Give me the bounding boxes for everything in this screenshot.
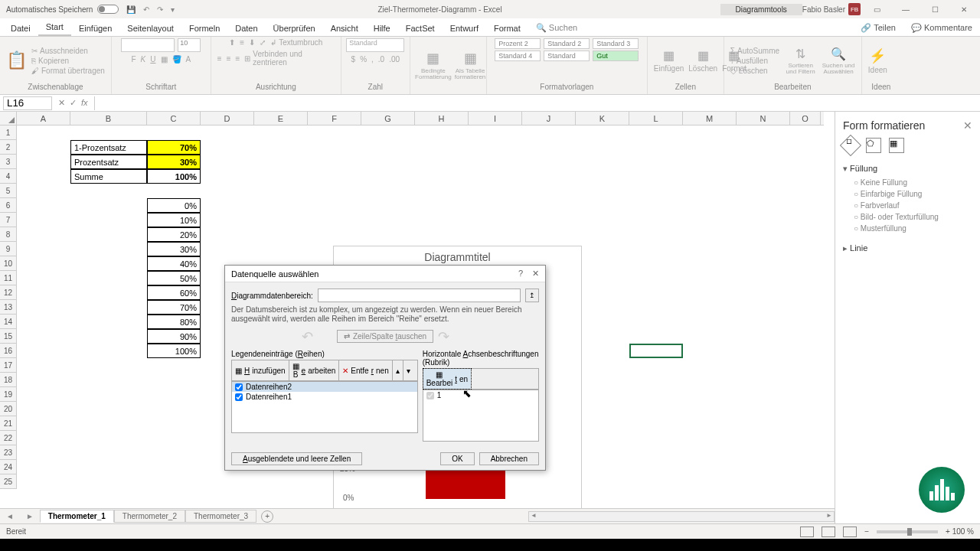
series-checkbox-0[interactable]	[235, 383, 243, 391]
col-header-K[interactable]: K	[576, 112, 629, 125]
autosum-button[interactable]: Σ AutoSumme	[730, 47, 779, 55]
style-standard2[interactable]: Standard 2	[544, 38, 590, 49]
currency-icon[interactable]: $	[351, 55, 356, 64]
hidden-cells-button[interactable]: Ausgeblendete und leere Zellen	[231, 452, 362, 465]
table-cell[interactable]: 100%	[147, 344, 201, 358]
copy-button[interactable]: ⎘ Kopieren	[31, 57, 105, 65]
style-gut[interactable]: Gut	[593, 51, 639, 61]
dec-decimal-icon[interactable]: .00	[389, 55, 400, 64]
row-header-24[interactable]: 24	[0, 460, 17, 474]
fill-button[interactable]: ↓ Ausfüllen	[730, 57, 779, 65]
list-item[interactable]: 1	[437, 391, 442, 399]
page-break-view-icon[interactable]	[843, 527, 857, 537]
row-header-1[interactable]: 1	[0, 126, 17, 140]
row-header-20[interactable]: 20	[0, 402, 17, 416]
fill-picture-radio[interactable]: Bild- oder Texturfüllung	[843, 211, 972, 223]
name-box[interactable]	[3, 96, 52, 110]
ribbon-options-icon[interactable]: ▭	[864, 0, 890, 18]
redo-icon[interactable]: ↷	[157, 5, 163, 14]
swap-row-col-button[interactable]: ⇄ Zeile/Spalte tauschen	[337, 330, 433, 343]
zoom-out-icon[interactable]: −	[864, 527, 869, 536]
align-right-icon[interactable]: ≡	[236, 54, 240, 63]
col-header-G[interactable]: G	[361, 112, 415, 125]
table-cell[interactable]: Summe	[70, 169, 147, 184]
align-top-icon[interactable]: ⬆	[229, 38, 235, 47]
tab-file[interactable]: Datei	[3, 21, 38, 36]
table-cell[interactable]: 10%	[147, 213, 201, 227]
row-header-6[interactable]: 6	[0, 198, 17, 213]
row-header-16[interactable]: 16	[0, 344, 17, 358]
series-checkbox-1[interactable]	[235, 393, 243, 401]
align-mid-icon[interactable]: ≡	[240, 38, 244, 47]
fx-icon[interactable]: fx	[81, 98, 88, 108]
tab-insert[interactable]: Einfügen	[71, 21, 119, 36]
sheet-tab-3[interactable]: Thermometer_3	[185, 510, 256, 523]
italic-icon[interactable]: K	[141, 55, 146, 64]
size-tab-icon[interactable]: ▦	[889, 138, 904, 153]
tab-factset[interactable]: FactSet	[398, 21, 443, 36]
underline-icon[interactable]: U	[150, 55, 155, 64]
remove-series-button[interactable]: ✕ Entfernen	[339, 360, 392, 380]
row-header-5[interactable]: 5	[0, 184, 17, 198]
col-header-H[interactable]: H	[415, 112, 469, 125]
table-cell[interactable]: 30%	[147, 242, 201, 256]
table-cell[interactable]: 20%	[147, 227, 201, 242]
maximize-icon[interactable]: ☐	[922, 0, 948, 18]
orientation-icon[interactable]: ⤢	[260, 38, 266, 47]
sheet-nav-prev-icon[interactable]: ◄	[0, 512, 20, 520]
col-header-L[interactable]: L	[629, 112, 683, 125]
table-cell[interactable]: 80%	[147, 315, 201, 329]
fill-color-icon[interactable]: 🪣	[172, 55, 181, 64]
cond-format-button[interactable]: ▦ Bedingte Formatierung	[416, 50, 450, 80]
select-all-triangle[interactable]	[0, 112, 17, 126]
row-header-12[interactable]: 12	[0, 285, 17, 300]
row-header-9[interactable]: 9	[0, 242, 17, 256]
row-header-22[interactable]: 22	[0, 431, 17, 445]
categories-listbox[interactable]: 1	[423, 390, 539, 442]
align-center-icon[interactable]: ≡	[227, 54, 231, 63]
effects-tab-icon[interactable]: ⬠	[866, 138, 881, 153]
autosave-toggle[interactable]	[97, 5, 119, 14]
row-header-18[interactable]: 18	[0, 373, 17, 387]
border-icon[interactable]: ▦	[161, 55, 168, 64]
find-select-button[interactable]: 🔍Suchen und Auswählen	[822, 47, 854, 75]
col-header-D[interactable]: D	[201, 112, 254, 125]
percent-icon[interactable]: %	[360, 55, 367, 64]
row-header-14[interactable]: 14	[0, 315, 17, 329]
table-cell[interactable]: 100%	[147, 169, 201, 184]
col-header-C[interactable]: C	[147, 112, 201, 125]
style-standard4[interactable]: Standard 4	[495, 51, 541, 61]
table-cell[interactable]: 30%	[147, 155, 201, 169]
col-header-E[interactable]: E	[254, 112, 308, 125]
pane-close-icon[interactable]: ✕	[963, 119, 972, 132]
tab-review[interactable]: Überprüfen	[266, 21, 323, 36]
row-header-10[interactable]: 10	[0, 256, 17, 271]
sheet-nav-next-icon[interactable]: ►	[20, 512, 40, 520]
comments-button[interactable]: 💬 Kommentare	[903, 20, 980, 36]
cancel-formula-icon[interactable]: ✕	[58, 98, 65, 108]
font-color-icon[interactable]: A	[186, 55, 191, 64]
insert-cells-button[interactable]: ▦Einfügen	[654, 48, 684, 73]
zoom-label[interactable]: + 100 %	[946, 527, 974, 536]
tab-search[interactable]: 🔍 Suchen	[528, 20, 585, 36]
tab-view[interactable]: Ansicht	[323, 21, 366, 36]
tab-data[interactable]: Daten	[227, 21, 265, 36]
tab-help[interactable]: Hilfe	[366, 21, 398, 36]
col-header-M[interactable]: M	[683, 112, 737, 125]
col-header-B[interactable]: B	[70, 112, 147, 125]
table-cell[interactable]: Prozentsatz	[70, 155, 147, 169]
wrap-text-button[interactable]: ↲ Textumbruch	[270, 38, 322, 47]
format-painter-button[interactable]: 🖌 Format übertragen	[31, 67, 105, 75]
edit-axis-button[interactable]: ▦ Bearbeiten	[423, 369, 471, 389]
user-avatar[interactable]: FB	[848, 3, 861, 15]
fill-gradient-radio[interactable]: Farbverlauf	[843, 200, 972, 211]
range-selector-icon[interactable]: ↥	[525, 289, 539, 302]
col-header-F[interactable]: F	[308, 112, 361, 125]
page-layout-view-icon[interactable]	[822, 527, 835, 537]
tab-home[interactable]: Start	[38, 19, 71, 36]
row-header-23[interactable]: 23	[0, 445, 17, 460]
normal-view-icon[interactable]	[800, 527, 814, 537]
zoom-slider[interactable]	[877, 530, 938, 533]
col-header-I[interactable]: I	[469, 112, 522, 125]
style-standard[interactable]: Standard	[544, 51, 590, 61]
